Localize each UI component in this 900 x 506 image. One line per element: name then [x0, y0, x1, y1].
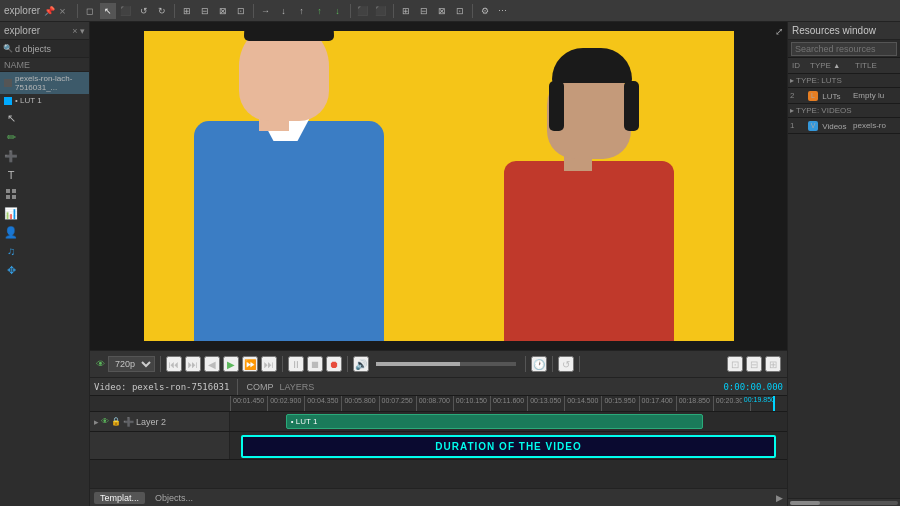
pin-btn[interactable]: 📌	[44, 6, 55, 16]
resource-title-video: pexels-ro	[853, 121, 898, 130]
sidebar-object-item-1[interactable]: pexels-ron-lach-7516031_...	[0, 72, 89, 94]
separator-1	[77, 4, 78, 18]
ruler-ticks-container: 00:01.450 00:02.900 00:04.350 00:05.800 …	[230, 396, 787, 411]
ruler-tick-13: 00:18.850	[676, 396, 713, 411]
clock-btn[interactable]: 🕐	[531, 356, 547, 372]
track-eye-icon[interactable]: 👁	[101, 417, 109, 426]
object-name: pexels-ron-lach-7516031_...	[15, 74, 85, 92]
move-tool[interactable]: ✥	[2, 261, 20, 279]
section-luts-arrow[interactable]: ▸	[790, 76, 794, 85]
step-forward-btn[interactable]: ⏭	[261, 356, 277, 372]
prev-frame-btn[interactable]: ⏭	[185, 356, 201, 372]
tab-arrow[interactable]: ▶	[776, 493, 783, 503]
layout4-btn[interactable]: ⊡	[452, 3, 468, 19]
arrow-up2-btn[interactable]: ↑	[312, 3, 328, 19]
grid3-btn[interactable]: ⊠	[215, 3, 231, 19]
settings-btn[interactable]: ⚙	[477, 3, 493, 19]
play-fast-btn[interactable]: ⏩	[242, 356, 258, 372]
tab-objects[interactable]: Objects...	[149, 492, 199, 504]
quality-select[interactable]: 720p	[108, 356, 155, 372]
grid-btn[interactable]: ⊞	[179, 3, 195, 19]
volume-btn[interactable]: 🔊	[353, 356, 369, 372]
add-tool[interactable]: ➕	[2, 147, 20, 165]
layout2-btn[interactable]: ⊟	[416, 3, 432, 19]
play-reverse-btn[interactable]: ◀	[204, 356, 220, 372]
select-tool-btn[interactable]: ◻	[82, 3, 98, 19]
close-btn[interactable]: ×	[59, 5, 65, 17]
track-row-video: DURATION OF THE VIDEO	[90, 432, 787, 460]
lut-clip[interactable]: • LUT 1	[286, 414, 704, 429]
resource-row-video[interactable]: 1 V Videos pexels-ro	[788, 118, 900, 134]
lut-name: • LUT 1	[15, 96, 42, 105]
pb-sep-2	[282, 356, 283, 372]
export-btn[interactable]: ⬛	[355, 3, 371, 19]
volume-slider[interactable]	[376, 362, 516, 366]
track-add-icon[interactable]: ➕	[123, 417, 134, 427]
undo-btn[interactable]: ↺	[136, 3, 152, 19]
fit-btn[interactable]: ⊡	[727, 356, 743, 372]
track-label-lut: ▸ 👁 🔒 ➕ Layer 2	[90, 412, 230, 431]
playback-bar: 👁 720p ⏮ ⏭ ◀ ▶ ⏩ ⏭ ⏸ ⏹ ⏺ 🔊 🕐 ↺	[90, 350, 787, 378]
loop-btn[interactable]: ↺	[558, 356, 574, 372]
audio-tool[interactable]: ♫	[2, 242, 20, 260]
expand-preview-btn[interactable]: ⤢	[775, 26, 783, 37]
red-btn[interactable]: ⬛	[118, 3, 134, 19]
section-luts-label: TYPE: LUTS	[796, 76, 842, 85]
step-back-btn[interactable]: ⏮	[166, 356, 182, 372]
ruler-tick-7: 00:10.150	[453, 396, 490, 411]
timeline-timecode: 0:00:00.000	[723, 382, 783, 392]
resource-row-lut[interactable]: 2 L LUTs Empty lu	[788, 88, 900, 104]
ruler-tick-12: 00:17.400	[639, 396, 676, 411]
timeline-info: Video: pexels-ron-7516031 COMP LAYERS	[94, 379, 314, 395]
grid2-btn[interactable]: ⊟	[197, 3, 213, 19]
current-time-label: 00:19.850	[742, 396, 777, 403]
zoom-in-btn[interactable]: ⊞	[765, 356, 781, 372]
sidebar-search-input[interactable]	[15, 44, 86, 54]
import-btn[interactable]: ⬛	[373, 3, 389, 19]
woman-left-figure	[174, 41, 404, 341]
pencil-tool[interactable]: ✏	[2, 128, 20, 146]
sidebar-close-btn[interactable]: × ▾	[72, 26, 85, 36]
track-content-lut[interactable]: • LUT 1	[230, 412, 787, 431]
woman-right-figure	[494, 71, 694, 341]
arrow-down-btn[interactable]: ↓	[276, 3, 292, 19]
move-tool-btn[interactable]: ↖	[100, 3, 116, 19]
right-scroll[interactable]	[788, 498, 900, 506]
record-btn[interactable]: ⏺	[326, 356, 342, 372]
scroll-track[interactable]	[790, 501, 898, 505]
layout1-btn[interactable]: ⊞	[398, 3, 414, 19]
cursor-tool[interactable]: ↖	[2, 109, 20, 127]
resources-search-input[interactable]	[791, 42, 897, 56]
scroll-thumb[interactable]	[790, 501, 820, 505]
layout3-btn[interactable]: ⊠	[434, 3, 450, 19]
woman-left-hair	[244, 31, 334, 41]
track-content-video[interactable]: DURATION OF THE VIDEO	[230, 432, 787, 459]
sidebar-object-item-2[interactable]: • LUT 1	[0, 94, 89, 107]
arrow-down2-btn[interactable]: ↓	[330, 3, 346, 19]
track-name-lut: Layer 2	[136, 417, 166, 427]
play-btn[interactable]: ▶	[223, 356, 239, 372]
tab-template[interactable]: Templat...	[94, 492, 145, 504]
track-expand-icon[interactable]: ▸	[94, 417, 99, 427]
ruler-tick-5: 00:07.250	[379, 396, 416, 411]
arrow-up-btn[interactable]: ↑	[294, 3, 310, 19]
track-lock-icon[interactable]: 🔒	[111, 417, 121, 426]
chart-tool[interactable]: 📊	[2, 204, 20, 222]
pause-btn[interactable]: ⏸	[288, 356, 304, 372]
redo-btn[interactable]: ↻	[154, 3, 170, 19]
text-tool[interactable]: T	[2, 166, 20, 184]
zoom-out-btn[interactable]: ⊟	[746, 356, 762, 372]
sort-arrow-type[interactable]: ▲	[833, 62, 840, 69]
grid4-btn[interactable]: ⊡	[233, 3, 249, 19]
arrow-right-btn[interactable]: →	[258, 3, 274, 19]
sidebar-header: explorer × ▾	[0, 22, 89, 40]
person-tool[interactable]: 👤	[2, 223, 20, 241]
grid-tool[interactable]	[2, 185, 20, 203]
stop-btn[interactable]: ⏹	[307, 356, 323, 372]
duration-label: DURATION OF THE VIDEO	[435, 441, 581, 452]
resource-type-video: V Videos	[808, 121, 853, 131]
section-videos-arrow[interactable]: ▸	[790, 106, 794, 115]
ruler-content: 00:01.450 00:02.900 00:04.350 00:05.800 …	[230, 396, 787, 411]
duration-clip[interactable]: DURATION OF THE VIDEO	[241, 435, 776, 458]
more-btn[interactable]: ⋯	[495, 3, 511, 19]
